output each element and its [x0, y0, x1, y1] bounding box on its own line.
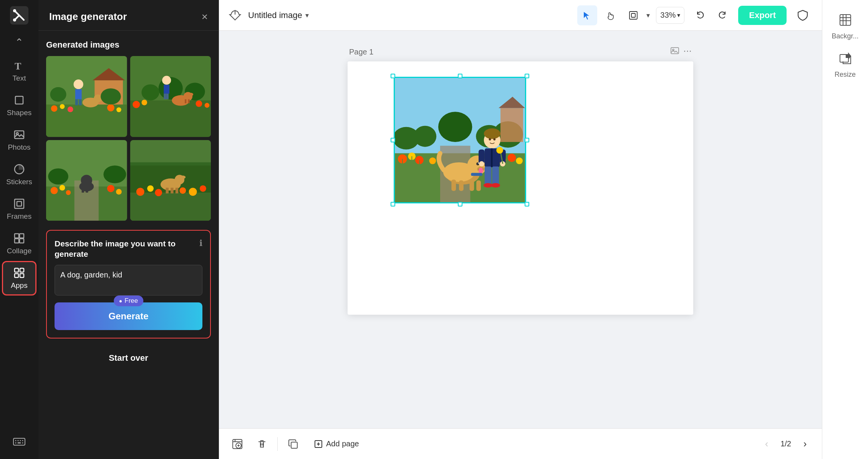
panel-close-button[interactable]: × — [202, 12, 208, 22]
prompt-label: Describe the image you want to generate — [55, 238, 199, 259]
save-to-cloud-icon[interactable] — [228, 7, 242, 23]
sidebar-collapse[interactable]: ⌃ — [2, 31, 36, 54]
prompt-input[interactable] — [55, 265, 202, 296]
svg-point-34 — [116, 107, 121, 112]
svg-rect-11 — [17, 201, 22, 206]
svg-rect-132 — [470, 180, 474, 191]
add-page-button[interactable]: Add page — [308, 436, 364, 452]
generated-image-1[interactable] — [46, 56, 127, 137]
svg-point-78 — [48, 168, 68, 184]
toolbar: Untitled image ▾ — [219, 0, 822, 31]
keyboard-icon-button[interactable] — [2, 424, 36, 459]
svg-point-150 — [496, 147, 503, 154]
svg-rect-146 — [492, 167, 499, 185]
page-image-icon[interactable] — [670, 46, 679, 58]
zoom-value: 33% — [660, 11, 676, 20]
frame-tool-button[interactable] — [623, 5, 643, 25]
svg-point-85 — [155, 189, 162, 196]
delete-page-button[interactable] — [253, 435, 271, 453]
generated-image-3[interactable] — [46, 140, 127, 221]
select-tool-button[interactable] — [577, 5, 597, 25]
copy-page-button[interactable] — [284, 435, 302, 453]
svg-rect-131 — [459, 180, 464, 191]
svg-point-67 — [51, 187, 58, 194]
page-icons: ⋯ — [670, 46, 692, 58]
svg-point-61 — [188, 93, 193, 96]
sidebar-item-photos[interactable]: Photos — [2, 123, 36, 157]
svg-point-32 — [68, 107, 73, 112]
prev-page-button[interactable]: ‹ — [759, 436, 774, 452]
svg-point-49 — [141, 100, 147, 106]
add-page-label: Add page — [326, 439, 359, 448]
svg-point-37 — [74, 79, 83, 89]
svg-point-116 — [516, 157, 523, 164]
start-over-button[interactable]: Start over — [46, 345, 211, 371]
frame-tool-chevron[interactable]: ▾ — [646, 11, 650, 20]
svg-point-86 — [179, 187, 186, 194]
generated-image-4[interactable] — [130, 140, 211, 221]
canvas-page[interactable] — [348, 61, 693, 315]
generated-image-2[interactable] — [130, 56, 211, 137]
svg-rect-6 — [15, 96, 23, 104]
right-panel: Backgr... Resize — [822, 0, 868, 459]
svg-rect-140 — [491, 149, 493, 167]
svg-point-44 — [101, 88, 121, 104]
hand-tool-button[interactable] — [600, 5, 620, 25]
svg-rect-57 — [164, 94, 166, 99]
sidebar-item-collage[interactable]: Collage — [2, 226, 36, 261]
redo-button[interactable] — [712, 5, 732, 25]
shield-button[interactable] — [793, 5, 813, 25]
sidebar-item-apps[interactable]: Apps — [2, 261, 36, 296]
svg-point-138 — [493, 138, 495, 140]
svg-point-70 — [116, 189, 122, 195]
page-more-options-icon[interactable]: ⋯ — [683, 46, 692, 58]
export-button[interactable]: Export — [738, 6, 787, 25]
svg-rect-40 — [79, 99, 81, 106]
info-icon[interactable]: ℹ — [199, 238, 202, 248]
svg-point-48 — [133, 101, 140, 108]
page-container: Page 1 ⋯ — [348, 46, 693, 315]
background-panel-item[interactable]: Backgr... — [824, 8, 866, 46]
generate-button[interactable]: Generate — [55, 302, 202, 330]
svg-rect-97 — [631, 13, 635, 17]
background-icon — [839, 13, 852, 29]
zoom-control[interactable]: 33% ▾ — [656, 7, 684, 24]
svg-point-105 — [438, 112, 472, 142]
svg-point-55 — [162, 76, 171, 85]
panel-header: Image generator × — [38, 0, 219, 31]
canvas-area[interactable]: Page 1 ⋯ — [219, 31, 822, 428]
next-page-button[interactable]: › — [797, 436, 813, 452]
svg-rect-130 — [451, 180, 456, 191]
svg-point-3 — [13, 9, 16, 12]
generated-images-grid — [46, 56, 211, 221]
canvas-selected-image[interactable] — [394, 77, 526, 203]
svg-rect-10 — [15, 199, 24, 208]
svg-rect-12 — [15, 234, 19, 238]
document-title-wrap[interactable]: Untitled image ▾ — [248, 10, 309, 20]
title-chevron-icon: ▾ — [305, 11, 309, 20]
add-to-page-button[interactable] — [228, 435, 247, 453]
app-logo[interactable] — [8, 4, 31, 27]
svg-rect-29 — [46, 104, 127, 137]
svg-point-129 — [479, 168, 483, 174]
svg-point-148 — [491, 183, 500, 188]
resize-panel-item[interactable]: Resize — [824, 46, 866, 84]
svg-point-50 — [195, 101, 202, 107]
sidebar-item-frames[interactable]: Frames — [2, 192, 36, 226]
svg-point-75 — [81, 177, 86, 179]
svg-point-53 — [141, 84, 159, 101]
svg-point-74 — [88, 177, 92, 179]
svg-point-88 — [200, 185, 206, 192]
background-panel-label: Backgr... — [832, 32, 858, 40]
svg-rect-13 — [20, 234, 24, 238]
svg-rect-62 — [185, 99, 186, 104]
svg-rect-89 — [130, 162, 211, 165]
sidebar-item-stickers[interactable]: Stickers — [2, 157, 36, 192]
sidebar-item-shapes[interactable]: Shapes — [2, 88, 36, 123]
svg-rect-56 — [164, 85, 169, 94]
svg-rect-96 — [629, 12, 637, 19]
svg-point-125 — [470, 159, 478, 163]
undo-button[interactable] — [691, 5, 711, 25]
sidebar-item-text[interactable]: T Text — [2, 54, 36, 88]
toolbar-tools: ▾ — [577, 5, 650, 25]
